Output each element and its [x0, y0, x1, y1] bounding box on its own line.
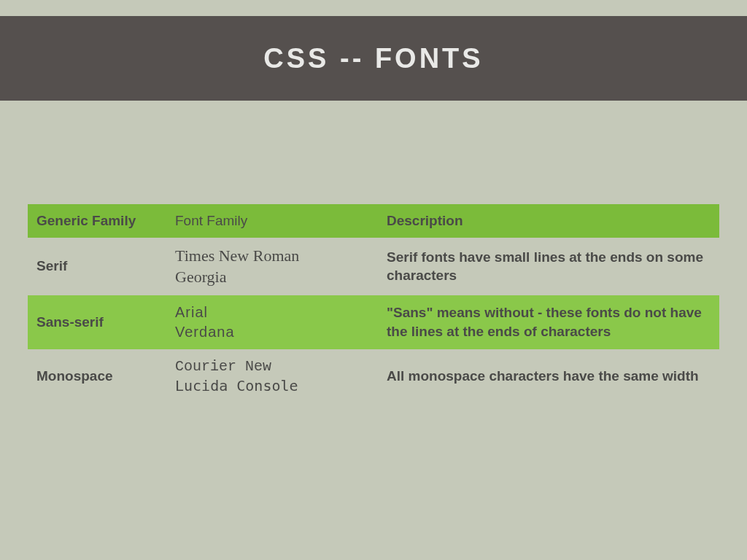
- table-header-row: Generic family Font family Description: [28, 204, 719, 238]
- font-sample: Arial: [175, 303, 369, 322]
- header-description: Description: [378, 204, 719, 238]
- header-font-family: Font family: [166, 204, 378, 238]
- font-sample: Times New Roman: [175, 245, 369, 267]
- cell-generic-family: Sans-serif: [28, 295, 166, 349]
- font-sample: Lucida Console: [175, 376, 369, 396]
- cell-generic-family: Monospace: [28, 349, 166, 403]
- font-sample: Courier New: [175, 357, 369, 376]
- title-band: CSS -- Fonts: [0, 16, 747, 101]
- table-row: Sans-serif Arial Verdana "Sans" means wi…: [28, 295, 719, 349]
- header-generic-family: Generic family: [28, 204, 166, 238]
- cell-font-family: Times New Roman Georgia: [166, 238, 378, 295]
- slide: CSS -- Fonts Generic family Font family …: [0, 0, 747, 560]
- page-title: CSS -- Fonts: [263, 43, 483, 74]
- font-sample: Verdana: [175, 322, 369, 342]
- content-area: Generic family Font family Description S…: [28, 204, 719, 403]
- cell-font-family: Courier New Lucida Console: [166, 349, 378, 403]
- cell-font-family: Arial Verdana: [166, 295, 378, 349]
- table-row: Monospace Courier New Lucida Console All…: [28, 349, 719, 403]
- fonts-table: Generic family Font family Description S…: [28, 204, 719, 403]
- table-row: Serif Times New Roman Georgia Serif font…: [28, 238, 719, 295]
- cell-description: All monospace characters have the same w…: [378, 349, 719, 403]
- cell-generic-family: Serif: [28, 238, 166, 295]
- cell-description: Serif fonts have small lines at the ends…: [378, 238, 719, 295]
- font-sample: Georgia: [175, 266, 369, 288]
- cell-description: "Sans" means without - these fonts do no…: [378, 295, 719, 349]
